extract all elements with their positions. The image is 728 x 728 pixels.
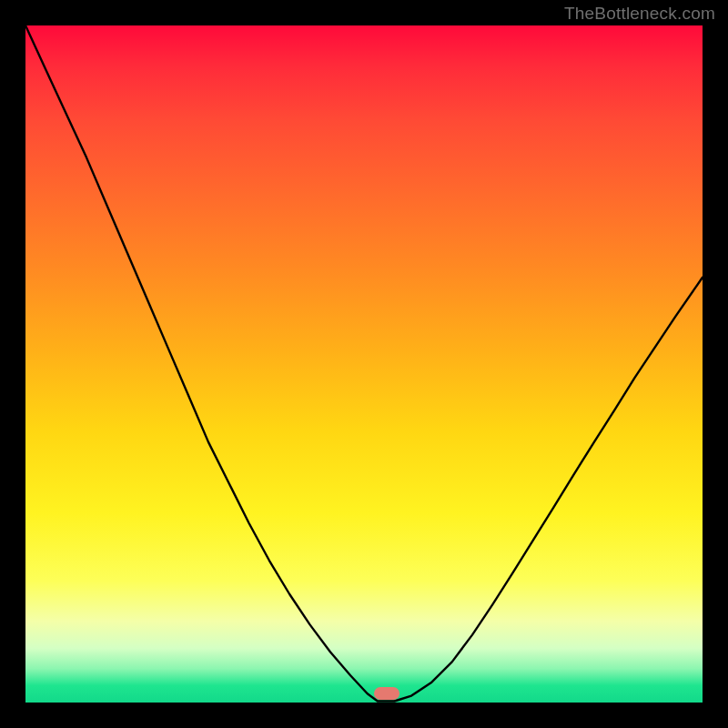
plot-area <box>25 25 703 703</box>
watermark-text: TheBottleneck.com <box>564 4 715 24</box>
outer-frame: TheBottleneck.com <box>0 0 728 728</box>
bottleneck-curve <box>25 25 703 703</box>
optimal-marker <box>374 687 399 700</box>
